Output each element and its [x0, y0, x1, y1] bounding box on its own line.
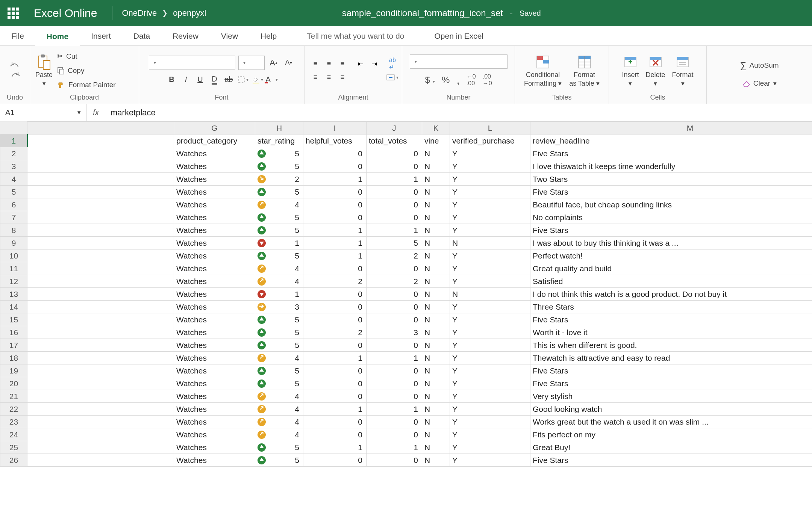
cell[interactable]: N	[422, 352, 450, 364]
row-header[interactable]: 10	[0, 249, 27, 262]
cell[interactable]: 0	[303, 454, 367, 467]
cell[interactable]: Great Buy!	[530, 441, 812, 454]
cell[interactable]	[27, 198, 174, 211]
cell[interactable]: Watches	[174, 403, 255, 416]
copy-button[interactable]: Copy	[57, 64, 116, 77]
cell[interactable]: 0	[367, 288, 422, 301]
cell[interactable]: Y	[450, 313, 530, 326]
cell[interactable]: Y	[450, 441, 530, 454]
cell[interactable]: Y	[450, 428, 530, 441]
cell[interactable]: Five Stars	[530, 224, 812, 237]
cell[interactable]: Good looking watch	[530, 403, 812, 416]
row-header[interactable]: 9	[0, 237, 27, 249]
cell[interactable]: 0	[367, 339, 422, 352]
cell[interactable]: N	[422, 377, 450, 390]
cell[interactable]	[27, 262, 174, 275]
cell[interactable]: Y	[450, 186, 530, 198]
col-header-K[interactable]: K	[422, 122, 450, 135]
col-header-I[interactable]: I	[303, 122, 367, 135]
cell[interactable]: 0	[367, 428, 422, 441]
cell[interactable]: helpful_votes	[303, 135, 367, 147]
menu-view[interactable]: View	[210, 26, 249, 45]
row-header[interactable]: 26	[0, 454, 27, 467]
cell[interactable]: Worth it - love it	[530, 326, 812, 339]
align-middle-icon[interactable]: ≡	[323, 58, 335, 70]
spreadsheet-grid[interactable]: G H I J K L M 1 product_category star_ra…	[0, 121, 812, 467]
cell[interactable]: N	[422, 364, 450, 377]
cell[interactable]: 5	[255, 454, 303, 467]
table-row[interactable]: 13Watches100NNI do not think this watch …	[0, 288, 812, 301]
table-row[interactable]: 5Watches500NYFive Stars	[0, 186, 812, 198]
cell[interactable]: 2	[255, 173, 303, 186]
cell[interactable]: Y	[450, 224, 530, 237]
alignment-buttons[interactable]: ≡≡≡ ≡≡≡	[310, 58, 348, 83]
cell[interactable]: 0	[303, 186, 367, 198]
cell[interactable]: N	[450, 237, 530, 249]
underline-button[interactable]: U	[194, 74, 206, 86]
cell[interactable]: N	[422, 237, 450, 249]
cell[interactable]: 0	[367, 160, 422, 173]
row-header[interactable]: 3	[0, 160, 27, 173]
cell[interactable]	[27, 454, 174, 467]
cell[interactable]: N	[422, 428, 450, 441]
cell[interactable]	[27, 326, 174, 339]
font-size-select[interactable]	[238, 56, 265, 70]
cell[interactable]: 0	[367, 262, 422, 275]
cell[interactable]: 1	[255, 288, 303, 301]
cell[interactable]: Y	[450, 211, 530, 224]
table-row[interactable]: 17Watches500NYThis is when different is …	[0, 339, 812, 352]
font-family-select[interactable]	[149, 56, 235, 70]
cell[interactable]: N	[422, 224, 450, 237]
cell[interactable]	[27, 403, 174, 416]
cell[interactable]: I was about to buy this thinking it was …	[530, 237, 812, 249]
cell[interactable]: Five Stars	[530, 364, 812, 377]
cell[interactable]: review_headline	[530, 135, 812, 147]
delete-cells-button[interactable]: Delete▾	[645, 54, 665, 88]
cell[interactable]: N	[422, 160, 450, 173]
cell[interactable]: N	[422, 390, 450, 403]
cell[interactable]: N	[422, 339, 450, 352]
cell[interactable]: 0	[367, 198, 422, 211]
cell[interactable]: 0	[303, 377, 367, 390]
cell[interactable]: 0	[303, 198, 367, 211]
align-bottom-icon[interactable]: ≡	[337, 58, 348, 70]
cell[interactable]: Five Stars	[530, 147, 812, 160]
cell[interactable]: 0	[303, 339, 367, 352]
cell[interactable]: 1	[367, 352, 422, 364]
cell[interactable]: Y	[450, 339, 530, 352]
cell[interactable]: No complaints	[530, 211, 812, 224]
align-top-icon[interactable]: ≡	[310, 58, 321, 70]
cell[interactable]: 5	[255, 211, 303, 224]
cell[interactable]: N	[422, 416, 450, 428]
cell[interactable]: verified_purchase	[450, 135, 530, 147]
cell[interactable]: Y	[450, 262, 530, 275]
table-row[interactable]: 18Watches411NYThewatch is attractive and…	[0, 352, 812, 364]
menu-file[interactable]: File	[0, 26, 35, 45]
app-launcher-icon[interactable]	[8, 8, 19, 19]
cell[interactable]: Watches	[174, 147, 255, 160]
menu-data[interactable]: Data	[122, 26, 161, 45]
col-header-G[interactable]: G	[174, 122, 255, 135]
cell[interactable]: 0	[303, 211, 367, 224]
clear-button[interactable]: Clear▾	[742, 77, 777, 90]
cell[interactable]: Watches	[174, 275, 255, 288]
cell[interactable]: 5	[367, 237, 422, 249]
borders-button[interactable]	[237, 74, 249, 86]
cell[interactable]: 0	[367, 211, 422, 224]
table-row[interactable]: 22Watches411NYGood looking watch	[0, 403, 812, 416]
cell[interactable]: 0	[303, 416, 367, 428]
cell[interactable]: 3	[255, 301, 303, 313]
row-header[interactable]: 24	[0, 428, 27, 441]
menu-review[interactable]: Review	[161, 26, 210, 45]
row-header[interactable]: 7	[0, 211, 27, 224]
cell[interactable]: Five Stars	[530, 377, 812, 390]
cell[interactable]: 0	[367, 313, 422, 326]
cell[interactable]	[27, 441, 174, 454]
cell[interactable]: 5	[255, 313, 303, 326]
cell[interactable]	[27, 275, 174, 288]
cell[interactable]: 0	[303, 288, 367, 301]
table-row[interactable]: 20Watches500NYFive Stars	[0, 377, 812, 390]
cell[interactable]: 1	[303, 441, 367, 454]
cell[interactable]: Five Stars	[530, 186, 812, 198]
cell[interactable]	[27, 301, 174, 313]
